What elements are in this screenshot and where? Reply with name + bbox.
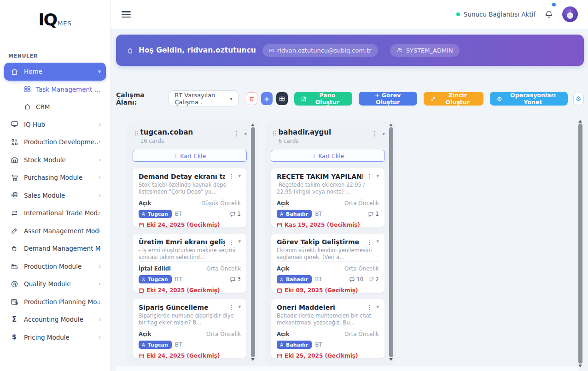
sidebar-item-accounting-module[interactable]: Σ Accounting Module › xyxy=(4,311,106,329)
calendar-clock-icon xyxy=(10,297,19,306)
sidebar-item-sales-module[interactable]: $ Sales Module › xyxy=(4,187,106,205)
card-collapse-icon[interactable]: ▾ xyxy=(376,304,379,311)
comment-count: 10 xyxy=(349,276,363,283)
card-priority: Orta Öncelik xyxy=(344,200,379,206)
delete-workspace-button[interactable] xyxy=(246,92,257,105)
sidebar-item-home[interactable]: Home ▾ xyxy=(4,63,106,81)
manage-operations-button[interactable]: ⚙ Operasyonları Yönet xyxy=(490,92,568,106)
sidebar-item-iq-hub[interactable]: IQ Hub › xyxy=(4,116,106,134)
column-collapse-icon[interactable]: ▾ xyxy=(382,131,385,137)
task-card[interactable]: Sipariş Güncelleme ⋮▾ Siparişlerde numun… xyxy=(133,299,247,359)
chevron-right-icon: › xyxy=(99,245,101,252)
card-title: Görev Takip Geliştirme xyxy=(277,238,363,246)
notifications-button[interactable] xyxy=(543,8,555,20)
sidebar-item-label: Demand Management M xyxy=(24,245,100,252)
card-team: BT xyxy=(315,276,322,283)
create-board-button[interactable]: Pano Oluştur xyxy=(294,92,352,106)
sidebar-item-demand-management[interactable]: Demand Management M › xyxy=(4,240,106,258)
assignee-badge[interactable]: Bahadır xyxy=(277,275,312,283)
drag-handle-icon[interactable]: ⠿ xyxy=(134,130,138,137)
task-card[interactable]: Görev Takip Geliştirme ⋮▾ Ekranın sürekl… xyxy=(271,233,385,293)
chevron-right-icon: › xyxy=(99,157,101,163)
card-collapse-icon[interactable]: ▾ xyxy=(238,304,241,311)
column-collapse-icon[interactable]: ▾ xyxy=(244,131,247,137)
task-card[interactable]: Demand Detay ekranı talep ⋮▾ Stok talebi… xyxy=(133,168,247,228)
person-icon xyxy=(141,277,146,282)
drag-handle-icon[interactable]: ⠿ xyxy=(272,130,276,137)
card-collapse-icon[interactable]: ▾ xyxy=(376,173,379,180)
sidebar-item-task-management[interactable]: Task Management ... xyxy=(4,81,106,98)
card-collapse-icon[interactable]: ▾ xyxy=(376,238,379,246)
card-menu-icon[interactable]: ⋮ xyxy=(228,238,234,246)
column-scrollbar[interactable] xyxy=(250,124,256,361)
assignee-badge[interactable]: Tugcan xyxy=(139,210,172,218)
add-card-button[interactable]: + Kart Ekle xyxy=(133,150,247,162)
column-scrollbar[interactable] xyxy=(388,124,394,361)
sidebar-item-label: International Trade Mod.. xyxy=(24,209,100,217)
hamburger-menu-icon[interactable] xyxy=(122,11,131,18)
menu-section-label: MENULER xyxy=(8,53,102,59)
sidebar-item-production-planning[interactable]: Production Planning Mo.. › xyxy=(4,293,106,311)
sidebar-item-label: Purchasing Module xyxy=(24,174,82,181)
sidebar-item-label: Production Developme.. xyxy=(24,138,99,146)
card-description: Stok talebi özelinde kaynak depo listesi… xyxy=(139,182,241,196)
card-collapse-icon[interactable]: ▾ xyxy=(238,238,241,246)
sidebar-item-stock-module[interactable]: Stock Module › xyxy=(4,151,106,169)
task-card[interactable]: Üretim Emri ekranı geliştirmeleri ⋮▾ - İ… xyxy=(133,233,247,293)
add-card-button[interactable]: + Kart Ekle xyxy=(271,150,385,162)
svg-text:Q: Q xyxy=(13,282,16,286)
sidebar-item-pricing-module[interactable]: $ Pricing Module › xyxy=(4,329,106,347)
sidebar-item-quality-module[interactable]: Q Quality Module › xyxy=(4,275,106,293)
avatar[interactable] xyxy=(562,6,578,22)
column-menu-icon[interactable]: ⋮ xyxy=(371,130,378,137)
attachment-count: 2 xyxy=(368,276,379,283)
board-scrollbar[interactable] xyxy=(577,120,583,367)
card-collapse-icon[interactable]: ▾ xyxy=(238,173,241,180)
card-menu-icon[interactable]: ⋮ xyxy=(228,173,234,180)
card-menu-icon[interactable]: ⋮ xyxy=(366,238,373,246)
sidebar-item-crm[interactable]: CRM xyxy=(4,98,106,116)
card-due-date: Kas 19, 2025 (Gecikmiş) xyxy=(277,222,379,228)
chevron-down-icon: ▾ xyxy=(230,96,233,102)
card-team: BT xyxy=(315,342,322,348)
coins-icon: $ xyxy=(10,191,19,200)
card-priority: Düşük Öncelik xyxy=(201,200,241,206)
sidebar-item-purchasing-module[interactable]: Purchasing Module › xyxy=(4,169,106,187)
kanban-column-tugcan: ⠿ tugcan.coban 16 cards ⋮ ▾ + Kart Ekle … xyxy=(127,121,258,365)
swap-arrows-icon xyxy=(10,208,19,218)
sidebar-item-label: Production Planning Mo.. xyxy=(24,298,100,306)
assignee-badge[interactable]: Tugcan xyxy=(139,341,172,349)
assignee-badge[interactable]: Bahadır xyxy=(277,210,312,218)
assignee-badge[interactable]: Tugcan xyxy=(139,275,172,283)
assignee-badge[interactable]: Bahadır xyxy=(277,341,312,349)
card-status: Açık xyxy=(277,200,289,206)
task-card[interactable]: REÇETE TAKIM YAPILANMASI ⋮▾ -Reçetede ta… xyxy=(271,168,385,228)
chevron-right-icon: › xyxy=(99,334,101,341)
card-menu-icon[interactable]: ⋮ xyxy=(366,173,373,180)
welcome-banner: Hoş Geldin, ridvan.oztutuncu ✉ ridvan.oz… xyxy=(116,35,584,66)
column-menu-icon[interactable]: ⋮ xyxy=(233,130,239,137)
create-chain-button[interactable]: Zincir Oluştur xyxy=(424,92,483,106)
sidebar-item-international-trade[interactable]: International Trade Mod.. › xyxy=(4,204,106,222)
board-horizontal-scrollbar[interactable] xyxy=(116,365,578,371)
board-settings-button[interactable]: ⚙ xyxy=(573,93,584,105)
workspace-select[interactable]: BT Varsayılan Çalışma . ▾ xyxy=(169,90,238,107)
sidebar-item-label: Pricing Module xyxy=(24,334,70,341)
sidebar-item-label: Task Management ... xyxy=(36,86,100,93)
chevron-right-icon: › xyxy=(99,210,101,216)
card-title: Sipariş Güncelleme xyxy=(139,304,225,311)
sidebar-item-production-development[interactable]: Production Developme.. › xyxy=(4,133,106,151)
task-card[interactable]: Öneri Maddeleri ⋮▾ Bahadır ilerde muhtem… xyxy=(271,299,385,359)
card-title: Üretim Emri ekranı geliştirmeleri xyxy=(139,238,225,246)
card-menu-icon[interactable]: ⋮ xyxy=(228,304,234,311)
card-description: Ekranın sürekli kendini yenilemesini sağ… xyxy=(277,247,379,262)
add-workspace-button[interactable]: + xyxy=(261,92,273,105)
card-due-date: Eki 09, 2025 (Gecikmiş) xyxy=(277,287,379,294)
create-task-button[interactable]: + Görev Oluştur xyxy=(359,92,417,106)
table-view-button[interactable] xyxy=(276,92,288,105)
kanban-column-bahadir: ⠿ bahadir.aygul 6 cards ⋮ ▾ + Kart Ekle … xyxy=(265,121,396,365)
sidebar-item-production-module[interactable]: Production Module › xyxy=(4,258,106,276)
sidebar-item-asset-management[interactable]: Asset Management Mod › xyxy=(4,222,106,240)
column-header: ⠿ tugcan.coban 16 cards ⋮ ▾ xyxy=(133,126,247,149)
card-menu-icon[interactable]: ⋮ xyxy=(366,304,373,311)
